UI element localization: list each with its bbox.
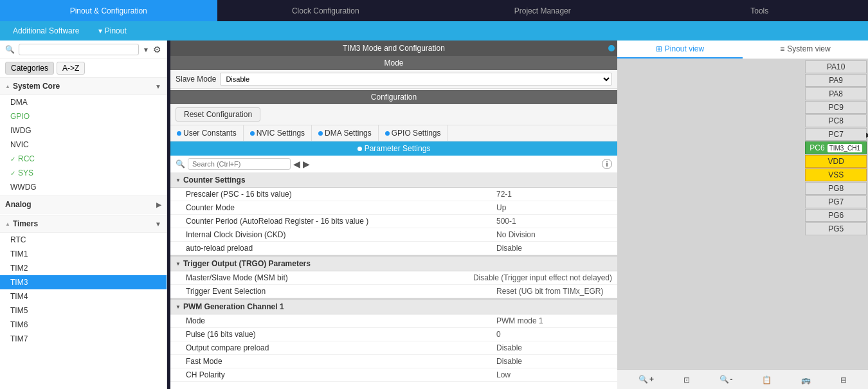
nav-additional-software[interactable]: Additional Software — [13, 26, 79, 35]
sidebar: 🔍 ▼ ⚙ Categories A->Z ▲ System Core — [0, 41, 167, 389]
pin-vdd[interactable]: VDD — [805, 155, 867, 168]
sidebar-item-nvic[interactable]: NVIC — [0, 138, 167, 152]
tab-pinout-view[interactable]: ⊞ Pinout view — [617, 41, 743, 59]
tab-nvic-settings[interactable]: NVIC Settings — [244, 125, 312, 141]
pin-pg7[interactable]: PG7 — [805, 195, 867, 208]
param-name-ch-polarity: CH Polarity — [186, 370, 496, 379]
pin-pc7[interactable]: PC7 ▶ — [805, 128, 867, 141]
check-icon-rcc: ✓ — [10, 156, 15, 163]
tab-dma-settings[interactable]: DMA Settings — [312, 125, 379, 141]
nav-clock[interactable]: Clock Configuration — [217, 0, 435, 21]
sidebar-section-header-timers[interactable]: ▲ Timers ▼ — [0, 215, 167, 233]
sidebar-search-row: 🔍 ▼ ⚙ — [0, 41, 167, 59]
panel-toggle-button[interactable]: ⊟ — [840, 374, 847, 385]
sidebar-dropdown-icon[interactable]: ▼ — [143, 46, 149, 53]
reset-config-button[interactable]: Reset Configuration — [176, 107, 260, 122]
sidebar-item-dma[interactable]: DMA — [0, 95, 167, 109]
settings-table: ▼ Counter Settings Prescaler (PSC - 16 b… — [170, 173, 617, 389]
nav-pinout-sub[interactable]: ▾ Pinout — [98, 26, 126, 35]
param-row-pulse: Pulse (16 bits value) 0 — [170, 328, 617, 341]
nav-tools[interactable]: Tools — [651, 0, 869, 21]
export-button[interactable]: 📋 — [762, 374, 772, 385]
tab-categories[interactable]: Categories — [5, 62, 54, 75]
param-value-prescaler: 72-1 — [496, 190, 612, 199]
tab-dot-nvic — [250, 131, 255, 136]
zoom-out-button[interactable]: 🔍- — [719, 375, 733, 384]
fit-icon: ⊡ — [683, 375, 690, 384]
pin-pg5[interactable]: PG5 — [805, 222, 867, 235]
triangle-counter: ▼ — [176, 177, 181, 183]
check-icon-sys: ✓ — [10, 170, 15, 177]
sidebar-item-wwdg[interactable]: WWDG — [0, 180, 167, 194]
nav-pinout[interactable]: Pinout & Configuration — [0, 0, 217, 21]
sidebar-search-input[interactable] — [19, 44, 139, 55]
pin-pc8[interactable]: PC8 — [805, 114, 867, 127]
tab-az[interactable]: A->Z — [57, 62, 85, 75]
slave-mode-select[interactable]: Disable — [220, 73, 612, 86]
param-value-ckd: No Division — [496, 230, 612, 239]
sidebar-section-analog: Analog ▶ — [0, 195, 167, 213]
pin-pa8[interactable]: PA8 — [805, 87, 867, 100]
section-trigger-output: ▼ Trigger Output (TRGO) Parameters Maste… — [170, 255, 617, 298]
param-value-autoreload: Disable — [496, 244, 612, 253]
sidebar-section-timers: ▲ Timers ▼ RTC TIM1 TIM2 — [0, 215, 167, 346]
pin-vss[interactable]: VSS — [805, 168, 867, 181]
sidebar-section-header-system-core[interactable]: ▲ System Core ▼ — [0, 78, 167, 95]
pin-pa10[interactable]: PA10 — [805, 60, 867, 73]
sidebar-item-tim4[interactable]: TIM4 — [0, 289, 167, 303]
sidebar-item-tim7[interactable]: TIM7 — [0, 332, 167, 346]
right-panel-bottom-toolbar: 🔍+ ⊡ 🔍- 📋 🚌 ⊟ — [617, 369, 868, 389]
info-icon[interactable]: i — [602, 159, 612, 169]
param-value-counter-period: 500-1 — [496, 217, 612, 226]
chip-view-button[interactable]: 🚌 — [801, 374, 811, 385]
section-header-pwm[interactable]: ▼ PWM Generation Channel 1 — [170, 298, 617, 314]
tab-user-constants[interactable]: User Constants — [170, 125, 244, 141]
prev-result-icon[interactable]: ◀ — [293, 159, 300, 169]
param-value-fast-mode: Disable — [496, 357, 612, 366]
triangle-pwm: ▼ — [176, 304, 181, 310]
sidebar-item-sys[interactable]: ✓ SYS — [0, 166, 167, 180]
pin-pg6[interactable]: PG6 — [805, 209, 867, 222]
sidebar-item-gpio[interactable]: GPIO — [0, 109, 167, 123]
sidebar-section-header-analog[interactable]: Analog ▶ — [0, 195, 167, 213]
gear-icon[interactable]: ⚙ — [153, 44, 161, 55]
sidebar-item-tim6[interactable]: TIM6 — [0, 318, 167, 332]
sort-up-icon: ▲ — [5, 84, 10, 89]
pin-pg8[interactable]: PG8 — [805, 182, 867, 195]
sidebar-item-tim5[interactable]: TIM5 — [0, 303, 167, 318]
param-row-output-compare: Output compare preload Disable — [170, 341, 617, 355]
sidebar-section-system-core: ▲ System Core ▼ DMA GPIO IWDG — [0, 78, 167, 194]
tab-dot-param — [357, 147, 362, 151]
pin-pc9[interactable]: PC9 — [805, 101, 867, 114]
param-search-input[interactable] — [188, 158, 291, 170]
panel-title-bar: TIM3 Mode and Configuration — [170, 41, 617, 56]
tab-parameter-settings-active[interactable]: Parameter Settings — [170, 141, 617, 156]
sidebar-item-iwdg[interactable]: IWDG — [0, 123, 167, 138]
param-value-trigger-event: Reset (UG bit from TIMx_EGR) — [496, 287, 612, 296]
tab-system-view[interactable]: ≡ System view — [743, 41, 868, 59]
nav-project[interactable]: Project Manager — [434, 0, 651, 21]
collapse-icon-system-core: ▼ — [155, 83, 161, 90]
section-header-trigger[interactable]: ▼ Trigger Output (TRGO) Parameters — [170, 255, 617, 271]
chip-icon: 🚌 — [801, 375, 811, 384]
right-panel: ⊞ Pinout view ≡ System view PA10 PA9 PA8 — [617, 41, 868, 389]
pin-pc6[interactable]: PC6 TIM3_CH1 — [805, 141, 867, 154]
sidebar-item-tim1[interactable]: TIM1 — [0, 247, 167, 261]
zoom-in-button[interactable]: 🔍+ — [638, 375, 654, 384]
fit-button[interactable]: ⊡ — [683, 374, 690, 385]
sidebar-item-rtc[interactable]: RTC — [0, 233, 167, 247]
param-value-counter-mode: Up — [496, 203, 612, 212]
section-header-counter[interactable]: ▼ Counter Settings — [170, 173, 617, 188]
center-panel: TIM3 Mode and Configuration Mode Slave M… — [170, 41, 617, 389]
param-value-mode: PWM mode 1 — [496, 316, 612, 325]
slave-mode-label: Slave Mode — [176, 75, 216, 84]
sidebar-item-tim2[interactable]: TIM2 — [0, 261, 167, 275]
next-result-icon[interactable]: ▶ — [303, 159, 310, 169]
section-counter-settings: ▼ Counter Settings Prescaler (PSC - 16 b… — [170, 173, 617, 255]
pin-pa9[interactable]: PA9 — [805, 74, 867, 87]
sidebar-item-tim3[interactable]: TIM3 — [0, 275, 167, 289]
sidebar-item-rcc[interactable]: ✓ RCC — [0, 152, 167, 166]
param-row-prescaler: Prescaler (PSC - 16 bits value) 72-1 — [170, 188, 617, 201]
tab-gpio-settings[interactable]: GPIO Settings — [379, 125, 448, 141]
param-value-pulse: 0 — [496, 330, 612, 339]
